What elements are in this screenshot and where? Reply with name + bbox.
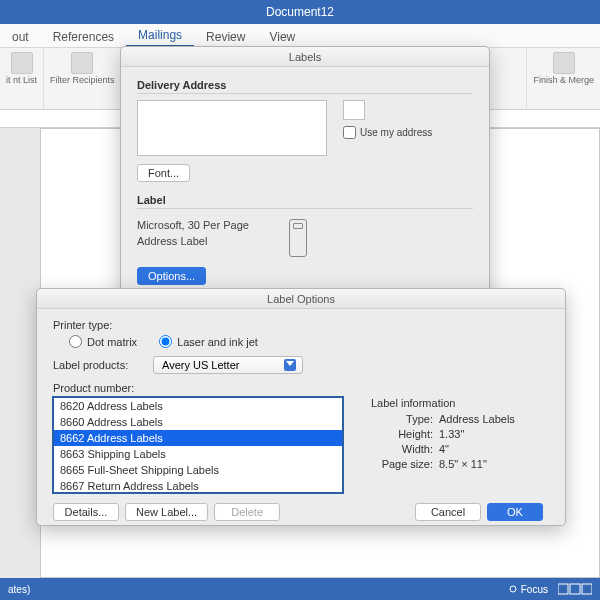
status-bar: ates) Focus — [0, 578, 600, 600]
address-book-button[interactable] — [343, 100, 365, 120]
radio-laser-inkjet-label: Laser and ink jet — [177, 336, 258, 348]
label-products-value: Avery US Letter — [162, 359, 239, 371]
ribbon-group-recipientlist[interactable]: it nt List — [0, 48, 44, 109]
filter-icon — [71, 52, 93, 74]
ok-button[interactable]: OK — [487, 503, 543, 521]
tab-view[interactable]: View — [257, 26, 307, 47]
list-item[interactable]: 8665 Full-Sheet Shipping Labels — [54, 462, 342, 478]
info-type-key: Type: — [371, 413, 433, 425]
label-section-head: Label — [137, 194, 473, 209]
info-height-key: Height: — [371, 428, 433, 440]
ribbon-group-finishmerge[interactable]: Finish & Merge — [526, 48, 600, 109]
list-item[interactable]: 8667 Return Address Labels — [54, 478, 342, 493]
window-titlebar: Document12 — [0, 0, 600, 24]
tab-mailings[interactable]: Mailings — [126, 24, 194, 47]
list-item[interactable]: 8663 Shipping Labels — [54, 446, 342, 462]
svg-point-0 — [510, 586, 516, 592]
details-button[interactable]: Details... — [53, 503, 119, 521]
recipientlist-icon — [11, 52, 33, 74]
view-mode-buttons[interactable] — [558, 583, 592, 595]
focus-label: Focus — [521, 584, 548, 595]
info-width-val: 4" — [439, 443, 449, 455]
product-number-label: Product number: — [53, 382, 134, 394]
label-options-button[interactable]: Options... — [137, 267, 206, 285]
use-my-address-checkbox[interactable]: Use my address — [343, 126, 432, 139]
finishmerge-icon — [553, 52, 575, 74]
use-my-address-label: Use my address — [360, 127, 432, 138]
info-type-val: Address Labels — [439, 413, 515, 425]
labels-dialog: Labels Delivery Address Use my address F… — [120, 46, 490, 306]
product-number-listbox[interactable]: 8620 Address Labels 8660 Address Labels … — [53, 397, 343, 493]
info-height-val: 1.33" — [439, 428, 464, 440]
tab-layout[interactable]: out — [0, 26, 41, 47]
radio-dot-matrix[interactable]: Dot matrix — [69, 335, 137, 348]
cancel-button[interactable]: Cancel — [415, 503, 481, 521]
radio-dot-matrix-input[interactable] — [69, 335, 82, 348]
ribbon-tabs: out References Mailings Review View — [0, 24, 600, 48]
filter-label: Filter Recipients — [50, 76, 115, 86]
label-options-title: Label Options — [37, 289, 565, 309]
label-products-label: Label products: — [53, 359, 153, 371]
labels-dialog-title: Labels — [121, 47, 489, 67]
info-width-key: Width: — [371, 443, 433, 455]
radio-laser-inkjet[interactable]: Laser and ink jet — [159, 335, 258, 348]
printer-type-label: Printer type: — [53, 319, 153, 331]
label-line1: Microsoft, 30 Per Page — [137, 219, 249, 231]
list-item[interactable]: 8620 Address Labels — [54, 398, 342, 414]
new-label-button[interactable]: New Label... — [125, 503, 208, 521]
label-options-dialog: Label Options Printer type: Dot matrix L… — [36, 288, 566, 526]
font-button[interactable]: Font... — [137, 164, 190, 182]
radio-laser-inkjet-input[interactable] — [159, 335, 172, 348]
ribbon-group-filter[interactable]: Filter Recipients — [44, 48, 122, 109]
finishmerge-label: Finish & Merge — [533, 76, 594, 86]
view-mode-icon — [558, 583, 592, 595]
label-line2: Address Label — [137, 235, 249, 247]
chevron-down-icon — [284, 359, 296, 371]
radio-dot-matrix-label: Dot matrix — [87, 336, 137, 348]
label-information-head: Label information — [371, 397, 515, 409]
use-my-address-input[interactable] — [343, 126, 356, 139]
delivery-address-textarea[interactable] — [137, 100, 327, 156]
info-pagesize-key: Page size: — [371, 458, 433, 470]
svg-rect-1 — [558, 584, 568, 594]
label-information-block: Label information Type:Address Labels He… — [371, 397, 515, 493]
window-title: Document12 — [266, 5, 334, 19]
list-item-selected[interactable]: 8662 Address Labels — [54, 430, 342, 446]
status-left: ates) — [8, 584, 30, 595]
recipientlist-label: it nt List — [6, 76, 37, 86]
tab-references[interactable]: References — [41, 26, 126, 47]
label-preview-icon — [289, 219, 307, 257]
svg-rect-2 — [570, 584, 580, 594]
list-item[interactable]: 8660 Address Labels — [54, 414, 342, 430]
focus-icon — [508, 584, 518, 594]
info-pagesize-val: 8.5" × 11" — [439, 458, 487, 470]
focus-mode-button[interactable]: Focus — [508, 584, 548, 595]
svg-rect-3 — [582, 584, 592, 594]
label-products-select[interactable]: Avery US Letter — [153, 356, 303, 374]
delivery-address-head: Delivery Address — [137, 79, 473, 94]
delete-button: Delete — [214, 503, 280, 521]
tab-review[interactable]: Review — [194, 26, 257, 47]
